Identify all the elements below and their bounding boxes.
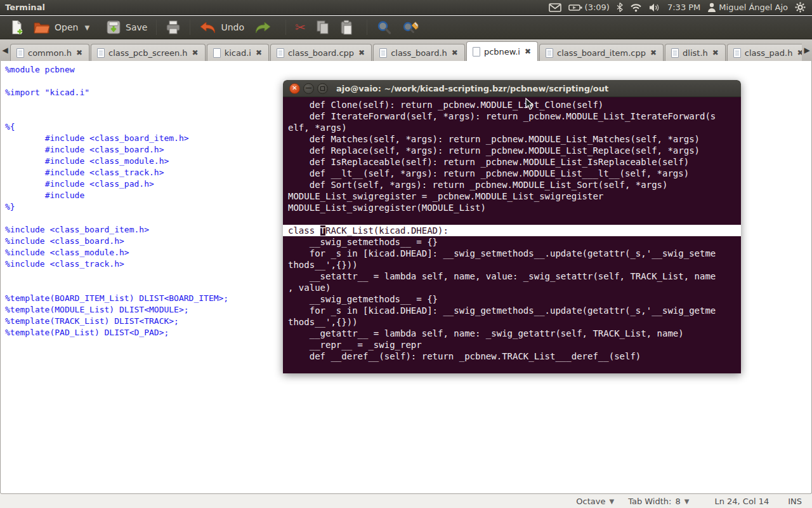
language-label: Octave (576, 497, 605, 506)
text-file-icon (16, 48, 24, 58)
language-selector[interactable]: Octave ▼ (576, 497, 614, 506)
search-icon (376, 20, 392, 35)
tab-class_pcb_screen.h[interactable]: class_pcb_screen.h✖ (91, 44, 206, 61)
tab-label: kicad.i (225, 48, 251, 58)
tab-class_board.cpp[interactable]: class_board.cpp✖ (270, 44, 372, 61)
battery-time-remaining: (3:09) (585, 3, 610, 12)
tab-kicad.i[interactable]: kicad.i✖ (207, 44, 269, 61)
new-document-button[interactable] (5, 17, 29, 37)
status-bar: Octave ▼ Tab Width: 8 ▼ Ln 24, Col 14 IN… (0, 494, 812, 508)
tab-class_pad.h[interactable]: class_pad.h✖ (727, 44, 802, 61)
text-file-icon (671, 48, 679, 58)
username-label: Miguel Ángel Ajo (719, 3, 788, 12)
highlight-selected-text: RACK_List(kicad.DHEAD): (325, 225, 449, 236)
tab-class_board_item.cpp[interactable]: class_board_item.cpp✖ (539, 44, 664, 61)
terminal-block-cursor: T (320, 225, 325, 236)
tabs-scroll-left-button[interactable]: ◀ (0, 39, 10, 61)
terminal-titlebar[interactable]: ✕ — ajo@vaio: ~/work/kicad-scripting.bzr… (283, 80, 741, 97)
terminal-line: __getattr__ = lambda self, name: _swig_g… (283, 328, 741, 339)
undo-icon (199, 21, 216, 34)
redo-button[interactable] (249, 18, 277, 37)
bluetooth-menu[interactable] (617, 3, 623, 12)
tab-close-button[interactable]: ✖ (192, 49, 199, 57)
toolbar-separator (367, 20, 367, 35)
toolbar-separator (156, 20, 157, 35)
session-menu[interactable] (795, 2, 806, 13)
save-button[interactable]: Save (101, 17, 152, 37)
tab-close-button[interactable]: ✖ (524, 48, 532, 55)
copy-icon (316, 20, 330, 35)
tab-label: class_board_item.cpp (557, 48, 646, 58)
print-button[interactable] (160, 18, 186, 37)
tab-label: common.h (28, 48, 72, 58)
scroll-right-icon: ▶ (804, 46, 809, 55)
scroll-left-icon: ◀ (2, 46, 8, 55)
window-minimize-button[interactable]: — (303, 83, 314, 94)
window-close-button[interactable]: ✕ (289, 83, 300, 94)
cut-scissors-icon: ✂ (295, 21, 306, 34)
open-button[interactable]: Open (29, 18, 83, 36)
find-button[interactable] (371, 17, 397, 37)
terminal-line: __setattr__ = lambda self, name, value: … (283, 271, 741, 282)
open-button-label: Open (55, 22, 78, 32)
copy-button[interactable] (311, 17, 335, 37)
window-maximize-button[interactable] (317, 83, 328, 94)
save-icon (106, 20, 121, 35)
text-file-icon (546, 48, 553, 58)
tabs-scroll-right-button[interactable]: ▶ (802, 39, 812, 61)
tab-pcbnew.i[interactable]: pcbnew.i✖ (466, 41, 538, 61)
terminal-window-title: ajo@vaio: ~/work/kicad-scripting.bzr/pcb… (336, 84, 608, 93)
top-panel: Terminal (3:09) 7:33 PM Mi (0, 0, 812, 15)
terminal-line: def Replace(self, *args): return _pcbnew… (283, 145, 741, 156)
terminal-line: def IterateForward(self, *args): return … (283, 110, 741, 122)
tab-close-button[interactable]: ✖ (75, 49, 83, 57)
tab-close-button[interactable]: ✖ (255, 49, 263, 57)
tab-close-button[interactable]: ✖ (796, 49, 802, 57)
terminal-line: MODULE_List_swigregister(MODULE_List) (283, 202, 741, 213)
terminal-line: __repr__ = _swig_repr (283, 339, 741, 351)
undo-button-label: Undo (221, 22, 244, 32)
tab-width-value: 8 (675, 497, 680, 506)
sound-menu[interactable] (649, 3, 660, 12)
tab-close-button[interactable]: ✖ (451, 49, 459, 57)
network-menu[interactable] (630, 3, 642, 12)
insert-mode-status: INS (788, 497, 802, 506)
maximize-icon (320, 86, 325, 91)
messaging-menu[interactable] (549, 3, 561, 12)
cut-button[interactable]: ✂ (290, 18, 311, 36)
search-replace-icon (402, 20, 419, 35)
replace-button[interactable] (397, 17, 424, 37)
active-app-title: Terminal (0, 3, 45, 12)
speaker-icon (649, 3, 660, 12)
text-file-icon (379, 48, 387, 58)
terminal-line (283, 213, 741, 225)
paste-button[interactable] (335, 17, 359, 37)
tab-close-button[interactable]: ✖ (712, 49, 719, 57)
new-document-icon (10, 20, 23, 35)
terminal-line: thods__',{})) (283, 316, 741, 328)
tab-dlist.h[interactable]: dlist.h✖ (665, 44, 726, 61)
terminal-line: def __deref__(self): return _pcbnew.TRAC… (283, 351, 741, 362)
clock-menu[interactable]: 7:33 PM (667, 3, 700, 12)
user-menu[interactable]: Miguel Ángel Ajo (707, 3, 788, 12)
toolbar-separator (285, 20, 286, 35)
tab-common.h[interactable]: common.h✖ (10, 44, 89, 61)
terminal-output[interactable]: def Clone(self): return _pcbnew.MODULE_L… (283, 97, 741, 373)
open-dropdown-button[interactable]: ▼ (83, 22, 95, 34)
save-button-label: Save (126, 22, 147, 32)
tab-class_board.h[interactable]: class_board.h✖ (373, 44, 465, 61)
undo-button[interactable]: Undo (194, 18, 249, 37)
tab-label: class_pcb_screen.h (108, 48, 188, 58)
paste-icon (340, 20, 354, 35)
text-file-icon (277, 48, 284, 58)
tab-close-button[interactable]: ✖ (650, 49, 657, 57)
terminal-line: for _s in [kicad.DHEAD]: __swig_getmetho… (283, 305, 741, 316)
tab-width-selector[interactable]: Tab Width: 8 ▼ (628, 497, 689, 506)
terminal-line: thods__',{})) (283, 259, 741, 271)
open-folder-icon (34, 21, 50, 34)
chevron-down-icon: ▼ (84, 24, 89, 31)
tab-width-label: Tab Width: (628, 497, 671, 506)
highlight-selected-text: class (288, 225, 320, 236)
tab-close-button[interactable]: ✖ (358, 49, 365, 57)
battery-menu[interactable]: (3:09) (568, 3, 610, 12)
